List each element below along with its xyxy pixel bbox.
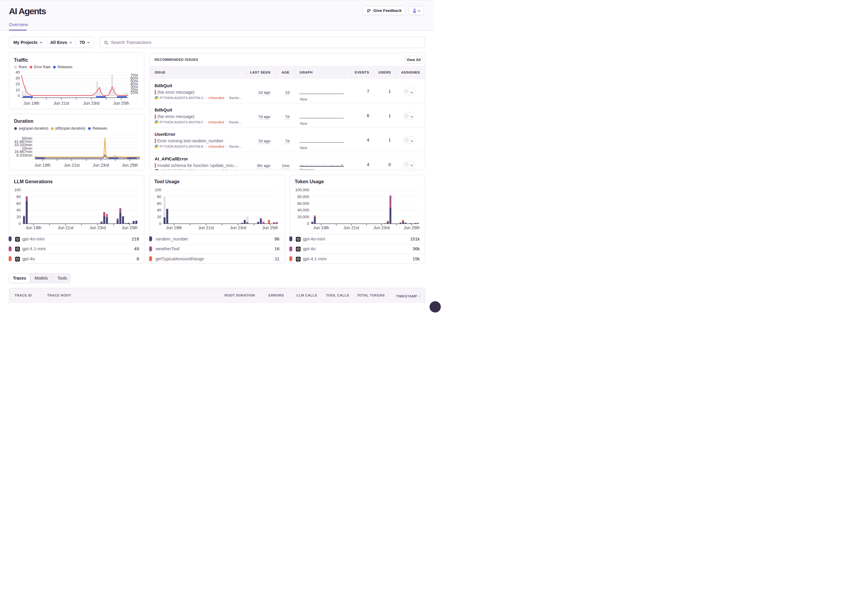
svg-text:Jun 23rd: Jun 23rd: [93, 163, 109, 167]
svg-text:Jun 21st: Jun 21st: [64, 163, 79, 167]
svg-text:80: 80: [157, 195, 161, 199]
svg-text:20,000: 20,000: [298, 215, 309, 219]
svg-text:Jun 19th: Jun 19th: [23, 101, 39, 105]
svg-text:Jun 23rd: Jun 23rd: [83, 101, 99, 105]
svg-text:60: 60: [17, 201, 21, 206]
svg-text:Jun 19th: Jun 19th: [25, 225, 42, 230]
svg-text:Jun 23rd: Jun 23rd: [90, 225, 105, 230]
svg-text:Jun 21st: Jun 21st: [198, 225, 214, 230]
svg-text:30: 30: [16, 76, 20, 81]
svg-text:80: 80: [17, 195, 21, 199]
svg-text:Jun 19th: Jun 19th: [166, 225, 182, 230]
svg-text:Jun 19th: Jun 19th: [35, 163, 51, 167]
svg-text:100: 100: [14, 188, 21, 192]
svg-text:Jun 21st: Jun 21st: [344, 225, 359, 230]
svg-text:60: 60: [157, 201, 161, 206]
svg-text:80,000: 80,000: [298, 195, 309, 199]
svg-text:20: 20: [16, 82, 20, 86]
svg-text:Jun 21st: Jun 21st: [54, 101, 69, 105]
svg-text:0: 0: [19, 222, 21, 226]
svg-text:0: 0: [159, 222, 161, 226]
svg-text:8.333min: 8.333min: [17, 153, 32, 157]
svg-text:100: 100: [155, 188, 161, 192]
svg-text:Jun 23rd: Jun 23rd: [230, 225, 246, 230]
svg-text:0: 0: [18, 93, 20, 98]
svg-text:0: 0: [307, 222, 309, 226]
svg-text:Jun 25th: Jun 25th: [113, 101, 129, 105]
svg-text:40: 40: [17, 208, 21, 212]
svg-text:20: 20: [17, 215, 21, 219]
svg-text:40: 40: [16, 70, 20, 74]
svg-text:20: 20: [157, 215, 161, 219]
svg-text:60,000: 60,000: [298, 201, 309, 206]
svg-text:Jun 21st: Jun 21st: [58, 225, 73, 230]
svg-text:Jun 25th: Jun 25th: [122, 163, 138, 167]
svg-text:100,000: 100,000: [295, 188, 309, 192]
svg-text:Jun 25th: Jun 25th: [122, 225, 138, 230]
svg-text:Jun 25th: Jun 25th: [404, 225, 420, 230]
svg-text:Jun 23rd: Jun 23rd: [374, 225, 389, 230]
svg-text:40: 40: [157, 208, 161, 212]
svg-text:40,000: 40,000: [298, 208, 309, 212]
svg-text:Jun 25th: Jun 25th: [262, 225, 278, 230]
svg-text:70%: 70%: [130, 73, 138, 77]
svg-text:Jun 19th: Jun 19th: [313, 225, 329, 230]
svg-text:10: 10: [16, 88, 20, 92]
